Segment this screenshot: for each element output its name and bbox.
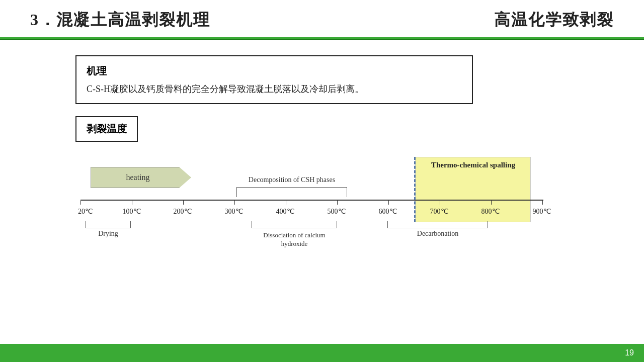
mechanism-description: C-S-H凝胶以及钙质骨料的完全分解导致混凝土脱落以及冷却后剥离。	[87, 83, 462, 95]
temp-700: 700℃	[429, 207, 449, 216]
mechanism-box: 机理 C-S-H凝胶以及钙质骨料的完全分解导致混凝土脱落以及冷却后剥离。	[75, 55, 473, 104]
header-left-title: 3．混凝土高温剥裂机理	[30, 9, 210, 31]
heating-arrow-container: heating	[91, 167, 191, 188]
tick-900	[542, 200, 543, 205]
tick-500	[337, 200, 338, 205]
tick-100	[132, 200, 132, 205]
temp-200: 200℃	[173, 207, 193, 216]
temp-400: 400℃	[275, 207, 295, 216]
csh-decomposition-label: Decomposition of CSH phases	[236, 176, 347, 184]
decarbonation-label: Decarbonation	[387, 230, 488, 238]
tick-700	[440, 200, 440, 205]
decarbonation-brace	[387, 221, 488, 228]
drying-brace	[86, 221, 131, 228]
dashed-divider-line	[414, 157, 416, 222]
tick-600	[388, 200, 389, 205]
dissociation-brace	[252, 221, 337, 228]
header-right-title: 高温化学致剥裂	[494, 9, 614, 31]
temp-100: 100℃	[122, 207, 142, 216]
spalling-title: 剥裂温度	[87, 123, 127, 134]
tick-800	[491, 200, 492, 205]
tick-20	[80, 200, 81, 205]
temperature-axis	[80, 200, 543, 201]
tick-400	[286, 200, 286, 205]
temp-800: 800℃	[480, 207, 501, 216]
page-number: 19	[625, 348, 634, 357]
tick-200	[183, 200, 184, 205]
thermo-chemical-label: Thermo-chemical spalling	[417, 161, 530, 169]
diagram-area: Thermo-chemical spalling heating Decompo…	[80, 157, 564, 257]
temp-300: 300℃	[224, 207, 244, 216]
content-area: 机理 C-S-H凝胶以及钙质骨料的完全分解导致混凝土脱落以及冷却后剥离。 剥裂温…	[0, 40, 644, 267]
drying-label: Drying	[86, 230, 131, 238]
csh-brace	[236, 187, 347, 197]
temp-20: 20℃	[75, 207, 96, 216]
footer: 19	[0, 344, 644, 362]
header: 3．混凝土高温剥裂机理 高温化学致剥裂	[0, 0, 644, 37]
spalling-box: 剥裂温度	[75, 116, 138, 142]
tick-300	[234, 200, 235, 205]
mechanism-title: 机理	[87, 64, 462, 78]
temp-500: 500℃	[327, 207, 347, 216]
dissociation-label: Dissociation of calcium hydroxide	[252, 231, 337, 248]
heating-label: heating	[91, 167, 191, 188]
temp-900: 900℃	[532, 207, 552, 216]
temp-600: 600℃	[378, 207, 398, 216]
